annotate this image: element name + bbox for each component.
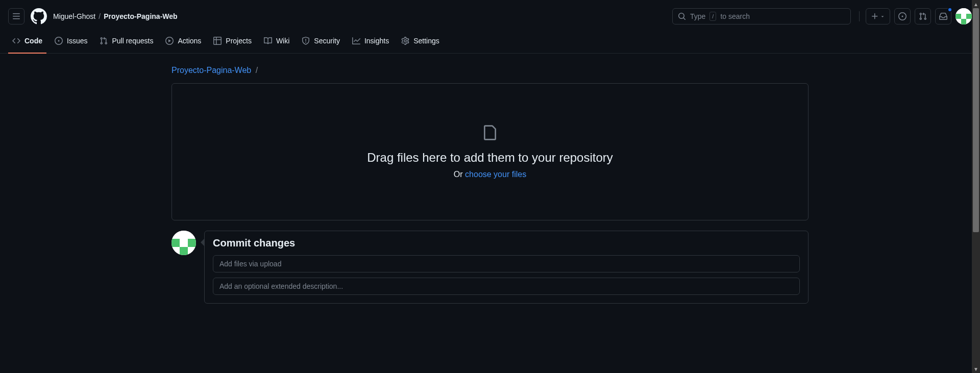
search-input[interactable]: Type / to search bbox=[672, 8, 851, 24]
hamburger-icon bbox=[12, 12, 20, 20]
search-key-hint: / bbox=[709, 12, 716, 21]
graph-icon bbox=[352, 37, 360, 45]
file-path-breadcrumb: Proyecto-Pagina-Web / bbox=[172, 66, 808, 75]
code-icon bbox=[12, 37, 20, 45]
owner-link[interactable]: Miguel-Ghost bbox=[53, 12, 95, 20]
issue-opened-icon bbox=[55, 37, 63, 45]
tab-label: Settings bbox=[413, 37, 439, 45]
create-new-button[interactable] bbox=[866, 8, 890, 24]
tab-label: Pull requests bbox=[112, 37, 153, 45]
tab-label: Issues bbox=[67, 37, 87, 45]
tab-label: Code bbox=[24, 37, 42, 45]
github-mark-icon bbox=[31, 8, 47, 24]
file-icon bbox=[182, 125, 798, 142]
commit-description-input[interactable] bbox=[213, 278, 800, 295]
book-icon bbox=[264, 37, 272, 45]
path-separator: / bbox=[256, 66, 258, 74]
app-header: Miguel-Ghost / Proyecto-Pagina-Web Type … bbox=[0, 0, 980, 33]
git-pull-request-icon bbox=[100, 37, 108, 45]
tab-settings[interactable]: Settings bbox=[397, 33, 444, 53]
hamburger-menu-button[interactable] bbox=[8, 8, 24, 24]
tab-label: Projects bbox=[226, 37, 252, 45]
play-icon bbox=[165, 37, 174, 45]
search-prefix: Type bbox=[690, 12, 705, 20]
notification-indicator bbox=[947, 7, 952, 12]
commit-author-avatar[interactable] bbox=[172, 231, 196, 255]
tab-label: Insights bbox=[364, 37, 389, 45]
main-content: Proyecto-Pagina-Web / Drag files here to… bbox=[163, 54, 817, 316]
repo-nav: Code Issues Pull requests Actions Projec… bbox=[0, 33, 980, 54]
user-avatar[interactable] bbox=[955, 8, 972, 24]
dropzone-headline: Drag files here to add them to your repo… bbox=[182, 151, 798, 165]
repo-breadcrumb: Miguel-Ghost / Proyecto-Pagina-Web bbox=[53, 12, 178, 20]
divider bbox=[859, 11, 860, 21]
tab-projects[interactable]: Projects bbox=[209, 33, 256, 53]
table-icon bbox=[213, 37, 222, 45]
scrollbar-thumb[interactable] bbox=[973, 8, 979, 232]
git-pull-request-icon bbox=[919, 12, 927, 20]
inbox-icon bbox=[939, 12, 947, 20]
scrollbar[interactable]: ▲ ▼ bbox=[972, 0, 980, 316]
file-dropzone[interactable]: Drag files here to add them to your repo… bbox=[172, 83, 808, 220]
search-icon bbox=[678, 12, 686, 20]
breadcrumb-separator: / bbox=[99, 12, 101, 20]
dropzone-subtext: Or choose your files bbox=[182, 170, 798, 179]
gear-icon bbox=[401, 37, 409, 45]
tab-code[interactable]: Code bbox=[8, 33, 46, 53]
repo-root-link[interactable]: Proyecto-Pagina-Web bbox=[172, 66, 251, 74]
repo-link[interactable]: Proyecto-Pagina-Web bbox=[104, 12, 177, 20]
triangle-down-icon bbox=[880, 14, 885, 19]
shield-icon bbox=[302, 37, 310, 45]
tab-label: Wiki bbox=[276, 37, 289, 45]
choose-files-link[interactable]: choose your files bbox=[465, 170, 526, 179]
commit-form: Commit changes bbox=[204, 231, 808, 304]
commit-summary-input[interactable] bbox=[213, 255, 800, 272]
tab-actions[interactable]: Actions bbox=[161, 33, 205, 53]
github-logo[interactable] bbox=[31, 8, 47, 24]
pull-requests-button[interactable] bbox=[915, 8, 931, 24]
tab-wiki[interactable]: Wiki bbox=[260, 33, 293, 53]
tab-issues[interactable]: Issues bbox=[51, 33, 91, 53]
tab-label: Actions bbox=[178, 37, 201, 45]
search-suffix: to search bbox=[720, 12, 750, 20]
commit-title: Commit changes bbox=[205, 231, 808, 255]
scroll-up-arrow[interactable]: ▲ bbox=[972, 0, 980, 8]
header-actions bbox=[857, 8, 972, 24]
plus-icon bbox=[871, 12, 879, 20]
tab-security[interactable]: Security bbox=[298, 33, 344, 53]
tab-insights[interactable]: Insights bbox=[348, 33, 393, 53]
issue-opened-icon bbox=[898, 12, 906, 20]
tab-label: Security bbox=[314, 37, 340, 45]
issues-button[interactable] bbox=[894, 8, 911, 24]
commit-section: Commit changes bbox=[172, 231, 808, 304]
tab-pull-requests[interactable]: Pull requests bbox=[95, 33, 157, 53]
